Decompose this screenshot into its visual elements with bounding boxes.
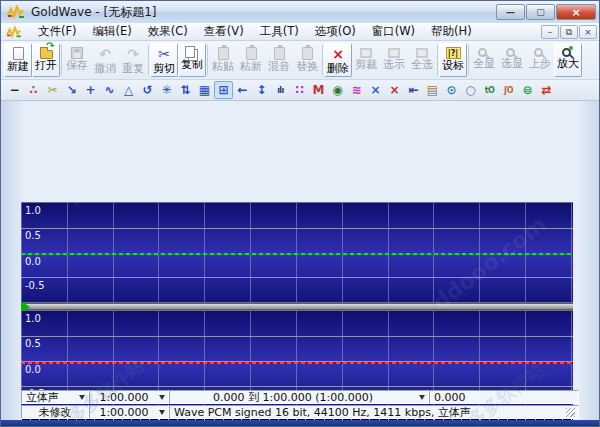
zoom-selection-label: 选显 — [501, 57, 523, 70]
menu-item-tool[interactable]: 工具(T) — [252, 23, 307, 40]
undo-icon: ↶ — [97, 46, 113, 62]
reverse-icon[interactable]: ↺ — [138, 81, 157, 99]
doppler-icon[interactable]: ∴ — [24, 81, 43, 99]
mechanize-icon[interactable]: ✳ — [157, 81, 176, 99]
menu-item-file[interactable]: 文件(F) — [30, 23, 85, 40]
channel-mode-value: 立体声 — [26, 391, 59, 404]
delete-button[interactable]: ×删除 — [324, 43, 352, 77]
mdi-close-icon[interactable]: × — [579, 25, 597, 39]
save-button[interactable]: 保存 — [63, 43, 91, 77]
window-controls: — ▢ × — [495, 4, 596, 20]
equalizer-icon[interactable]: ılı — [271, 81, 290, 99]
volume-updown-icon[interactable]: ↕ — [252, 81, 271, 99]
menu-item-window[interactable]: 窗口(W) — [364, 23, 423, 40]
spectrum-icon[interactable]: ≋ — [347, 81, 366, 99]
zoom-all-label: 全显 — [473, 57, 495, 70]
fade-icon[interactable]: ʃO — [499, 81, 518, 99]
toolbar-separator — [468, 45, 469, 75]
copy-icon — [185, 46, 195, 58]
mix-matrix-icon[interactable]: ▦ — [195, 81, 214, 99]
copy-button[interactable]: 复制 — [178, 43, 206, 77]
select-all-icon — [416, 48, 428, 58]
set-marker-button[interactable]: |?|设标 — [439, 43, 467, 77]
minimize-icon[interactable]: — — [496, 4, 525, 20]
offset-icon[interactable]: ↘ — [62, 81, 81, 99]
pan-icon[interactable]: ⊞ — [214, 81, 233, 99]
modified-cell: 未修改 — [21, 405, 89, 419]
shape-icon[interactable]: △ — [119, 81, 138, 99]
undo-button[interactable]: ↶撤消 — [91, 43, 119, 77]
trim-icon — [360, 48, 372, 58]
length-dropdown[interactable]: 1:00.000 — [89, 390, 169, 404]
maximize-icon[interactable]: ▢ — [526, 4, 555, 20]
amplitude-label: 1.0 — [25, 205, 41, 216]
paste-new-button[interactable]: 粘新 — [237, 43, 265, 77]
close-icon[interactable]: × — [556, 4, 596, 20]
noise-x-icon[interactable]: × — [366, 81, 385, 99]
mdi-restore-icon[interactable]: ⧉ — [560, 25, 578, 39]
smoother-icon[interactable]: ∿ — [100, 81, 119, 99]
copy-label: 复制 — [181, 58, 203, 71]
open-button[interactable]: 打开 — [32, 43, 60, 77]
redo-button[interactable]: ↷重复 — [119, 43, 147, 77]
redo-label: 重复 — [122, 62, 144, 75]
channel-mode-dropdown[interactable]: 立体声 — [21, 390, 89, 404]
goldwave-window: GoldWave - [无标题1] — ▢ × 文件(F)编辑(E)效果(C)查… — [0, 0, 600, 427]
menu-bar: 文件(F)编辑(E)效果(C)查看(V)工具(T)选项(O)窗口(W)帮助(H)… — [1, 23, 600, 41]
trim-button[interactable]: 剪裁 — [352, 43, 380, 77]
cut-button[interactable]: ✂剪切 — [150, 43, 178, 77]
save-label: 保存 — [66, 59, 88, 72]
scissors-x-icon[interactable]: ✂ — [43, 81, 62, 99]
menu-item-options[interactable]: 选项(O) — [307, 23, 364, 40]
shift-left-icon[interactable]: ← — [233, 81, 252, 99]
mdi-minimize-icon[interactable]: – — [541, 25, 559, 39]
reduce-icon[interactable]: ⇤ — [404, 81, 423, 99]
title-bar[interactable]: GoldWave - [无标题1] — ▢ × — [1, 1, 600, 23]
zoom-selection-icon — [506, 48, 515, 57]
new-button[interactable]: 新建 — [4, 43, 32, 77]
view-eye-icon[interactable]: ◉ — [328, 81, 347, 99]
left-channel-signal — [21, 253, 573, 255]
menu-item-effect[interactable]: 效果(C) — [140, 23, 196, 40]
mix-button[interactable]: 混音 — [265, 43, 293, 77]
left-channel-waveform[interactable]: 1.00.50.0-0.5 — [21, 202, 573, 303]
zoom-all-button[interactable]: 全显 — [470, 43, 498, 77]
amplitude-label: 0.5 — [25, 338, 41, 349]
length2-dropdown[interactable]: 1:00.000 — [89, 405, 169, 419]
select-view-button[interactable]: 选示 — [380, 43, 408, 77]
select-all-button[interactable]: 全选 — [408, 43, 436, 77]
flange-icon[interactable]: ⇅ — [176, 81, 195, 99]
amplitude-label: 1.0 — [25, 313, 41, 324]
undo-label: 撤消 — [94, 62, 116, 75]
gridline — [21, 228, 573, 229]
color-dots-icon[interactable]: ∷ — [290, 81, 309, 99]
playback-rate-icon[interactable]: ⇄ — [537, 81, 556, 99]
menu-item-help[interactable]: 帮助(H) — [423, 23, 480, 40]
replace-button[interactable]: 替换 — [293, 43, 321, 77]
resize-grip[interactable] — [566, 408, 575, 417]
time-warp-icon[interactable]: tO — [480, 81, 499, 99]
clip-x-icon[interactable]: × — [385, 81, 404, 99]
circle-icon[interactable]: ○ — [461, 81, 480, 99]
cut-label: 剪切 — [153, 62, 175, 75]
eq-table-icon[interactable]: ▤ — [423, 81, 442, 99]
chevron-down-icon — [159, 410, 165, 415]
zoom-selection-button[interactable]: 选显 — [498, 43, 526, 77]
zoom-q-icon[interactable]: ⊙ — [442, 81, 461, 99]
paste-button[interactable]: 粘贴 — [209, 43, 237, 77]
device-controls-icon[interactable]: − — [5, 81, 24, 99]
interpolate-icon[interactable]: + — [81, 81, 100, 99]
zoom-previous-button[interactable]: 上步 — [526, 43, 554, 77]
select-view-label: 选示 — [383, 58, 405, 71]
set-marker-label: 设标 — [442, 59, 464, 72]
speaker-icon[interactable]: ⊜ — [518, 81, 537, 99]
zoom-in-button[interactable]: 放大 — [554, 43, 582, 77]
toolbar-separator — [61, 45, 62, 75]
menu-item-edit[interactable]: 编辑(E) — [85, 23, 140, 40]
position-cell: 0.000 — [429, 390, 579, 404]
menu-item-view[interactable]: 查看(V) — [196, 23, 252, 40]
selection-dropdown[interactable]: 0.000 到 1:00.000 (1:00.000) — [169, 390, 429, 404]
modulate-icon[interactable]: M — [309, 81, 328, 99]
zoom-in-icon — [562, 48, 571, 57]
channel-divider[interactable] — [21, 303, 573, 310]
